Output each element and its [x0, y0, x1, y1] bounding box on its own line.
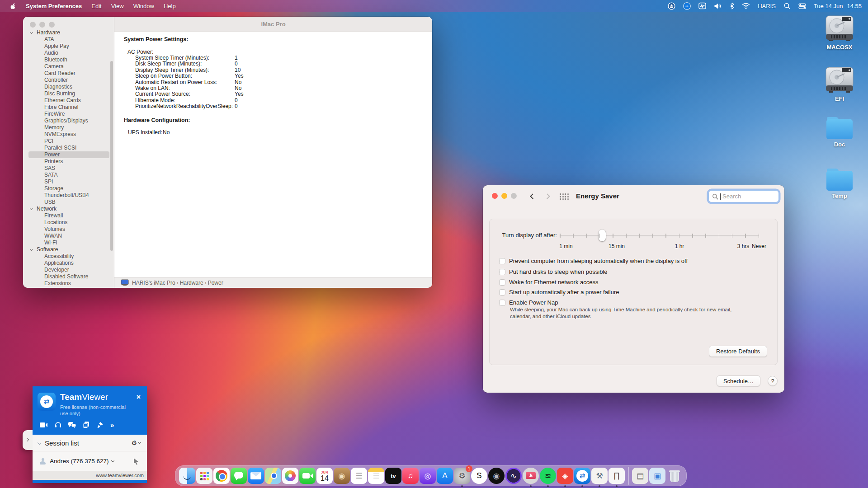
- help-button[interactable]: ?: [768, 376, 778, 386]
- sidebar-item-wi-fi[interactable]: Wi-Fi: [23, 239, 114, 246]
- copy-icon[interactable]: [83, 422, 90, 428]
- sidebar-item-controller[interactable]: Controller: [23, 77, 114, 84]
- sidebar-item-camera[interactable]: Camera: [23, 63, 114, 70]
- close-button[interactable]: [30, 22, 36, 28]
- menu-help[interactable]: Help: [164, 3, 176, 9]
- desktop-icon-temp[interactable]: Temp: [818, 168, 861, 199]
- session-user-row[interactable]: Andres (776 375 627): [33, 451, 147, 471]
- sidebar-item-fibre-channel[interactable]: Fibre Channel: [23, 104, 114, 111]
- sidebar-item-memory[interactable]: Memory: [23, 124, 114, 131]
- breadcrumb-segment[interactable]: Power: [208, 280, 223, 286]
- headset-icon[interactable]: [55, 422, 61, 428]
- sidebar-item-power[interactable]: Power: [28, 151, 109, 158]
- dock-item-screen-share[interactable]: [523, 468, 539, 484]
- dock-item-calendar[interactable]: JUN14: [316, 468, 333, 484]
- sidebar-item-graphics-displays[interactable]: Graphics/Displays: [23, 117, 114, 124]
- dock-item-teamviewer[interactable]: ⇄: [574, 468, 590, 484]
- sidebar-item-card-reader[interactable]: Card Reader: [23, 70, 114, 77]
- dock-item-disk-app[interactable]: ◉: [488, 468, 505, 484]
- sidebar-item-firewall[interactable]: Firewall: [23, 212, 114, 219]
- dock-item-mail[interactable]: [248, 468, 264, 484]
- dock-item-app-window[interactable]: ▣: [649, 468, 665, 484]
- dock-item-archive-document[interactable]: ▤: [632, 468, 648, 484]
- dock-item-chrome[interactable]: [213, 468, 230, 484]
- sidebar-item-audio[interactable]: Audio: [23, 50, 114, 56]
- sidebar-item-nvmexpress[interactable]: NVMExpress: [23, 131, 114, 138]
- volume-icon[interactable]: [714, 3, 722, 9]
- checkbox[interactable]: [499, 279, 505, 286]
- sidebar-item-disc-burning[interactable]: Disc Burning: [23, 90, 114, 97]
- sidebar-item-thunderbolt-usb4[interactable]: Thunderbolt/USB4: [23, 192, 114, 199]
- sidebar-item-ethernet-cards[interactable]: Ethernet Cards: [23, 97, 114, 104]
- sidebar-item-storage[interactable]: Storage: [23, 185, 114, 192]
- zoom-button[interactable]: [49, 22, 55, 28]
- minimize-button[interactable]: [501, 193, 507, 199]
- session-settings-gear[interactable]: ⚙: [131, 439, 147, 446]
- search-input[interactable]: Search: [708, 190, 779, 202]
- dock-item-install-tools[interactable]: ⚒: [591, 468, 608, 484]
- dock-item-notes[interactable]: ☰: [368, 468, 384, 484]
- sidebar-item-extensions[interactable]: Extensions: [23, 280, 114, 287]
- dock-item-messages[interactable]: [231, 468, 247, 484]
- sidebar-item-ata[interactable]: ATA: [23, 36, 114, 43]
- back-button[interactable]: [530, 193, 536, 199]
- menu-view[interactable]: View: [111, 3, 124, 9]
- checkbox[interactable]: [499, 258, 505, 264]
- desktop-icon-efi[interactable]: EFI: [818, 66, 861, 102]
- show-all-icon[interactable]: [560, 193, 569, 200]
- sidebar-item-diagnostics[interactable]: Diagnostics: [23, 84, 114, 90]
- apple-menu-icon[interactable]: [10, 2, 16, 9]
- menu-username[interactable]: HARIS: [758, 3, 776, 9]
- sidebar-item-volumes[interactable]: Volumes: [23, 226, 114, 233]
- sidebar-item-apple-pay[interactable]: Apple Pay: [23, 43, 114, 50]
- sidebar-item-locations[interactable]: Locations: [23, 219, 114, 226]
- sidebar-item-wwan[interactable]: WWAN: [23, 233, 114, 239]
- dock-item-apple-tv[interactable]: tv: [385, 468, 401, 484]
- close-button[interactable]: [492, 193, 498, 199]
- dock-item-facetime[interactable]: [299, 468, 316, 484]
- dock-item-system-preferences[interactable]: ⚙1: [454, 468, 470, 484]
- dock-item-pro-tools[interactable]: ∿: [505, 468, 522, 484]
- restore-defaults-button[interactable]: Restore Defaults: [709, 346, 767, 357]
- menu-clock[interactable]: Tue 14 Jun14.55: [814, 3, 862, 9]
- chat-icon[interactable]: [68, 422, 76, 428]
- dock-item-launchpad[interactable]: [196, 468, 212, 484]
- checkbox[interactable]: [499, 300, 505, 306]
- panel-collapse-tab[interactable]: [23, 430, 33, 450]
- sidebar-item-usb[interactable]: USB: [23, 199, 114, 206]
- sidebar-item-sas[interactable]: SAS: [23, 165, 114, 172]
- bluetooth-icon[interactable]: [730, 2, 734, 9]
- sidebar-item-developer[interactable]: Developer: [23, 267, 114, 273]
- spotlight-icon[interactable]: [783, 2, 791, 9]
- sidebar-item-parallel-scsi[interactable]: Parallel SCSI: [23, 145, 114, 151]
- display-off-slider[interactable]: [560, 235, 759, 236]
- dock-item-finder[interactable]: [179, 468, 195, 484]
- dock-item-contacts[interactable]: ◉: [334, 468, 350, 484]
- dock-item-music[interactable]: ♫: [402, 468, 419, 484]
- desktop-icon-doc[interactable]: Doc: [818, 117, 861, 148]
- sidebar-item-hardware[interactable]: Hardware: [23, 29, 114, 36]
- dock-item-s-app[interactable]: S: [471, 468, 487, 484]
- menu-edit[interactable]: Edit: [91, 3, 101, 9]
- video-icon[interactable]: [40, 422, 48, 428]
- breadcrumb-segment[interactable]: HARIS's iMac Pro: [132, 280, 175, 286]
- dock-item-podcasts[interactable]: ◎: [420, 468, 436, 484]
- session-list-header[interactable]: Session list ⚙: [33, 435, 147, 451]
- sidebar-item-applications[interactable]: Applications: [23, 260, 114, 267]
- dock-item-maps[interactable]: [265, 468, 281, 484]
- sidebar-item-sata[interactable]: SATA: [23, 172, 114, 178]
- more-chevrons-icon[interactable]: »: [110, 422, 114, 428]
- sidebar-item-accessibility[interactable]: Accessibility: [23, 253, 114, 260]
- eject-menu-icon[interactable]: [668, 2, 675, 10]
- dock-item-app-store[interactable]: A: [437, 468, 453, 484]
- breadcrumb-segment[interactable]: Hardware: [180, 280, 203, 286]
- brush-icon[interactable]: [96, 422, 104, 428]
- sidebar-item-firewire[interactable]: FireWire: [23, 111, 114, 117]
- sidebar-item-spi[interactable]: SPI: [23, 178, 114, 185]
- schedule-button[interactable]: Schedule…: [717, 375, 760, 386]
- teamviewer-footer-link[interactable]: www.teamviewer.com: [33, 471, 147, 480]
- dock-item-spotify[interactable]: ≋: [540, 468, 556, 484]
- forward-button[interactable]: [544, 193, 550, 199]
- sidebar-item-software[interactable]: Software: [23, 246, 114, 253]
- control-center-icon[interactable]: [798, 3, 806, 9]
